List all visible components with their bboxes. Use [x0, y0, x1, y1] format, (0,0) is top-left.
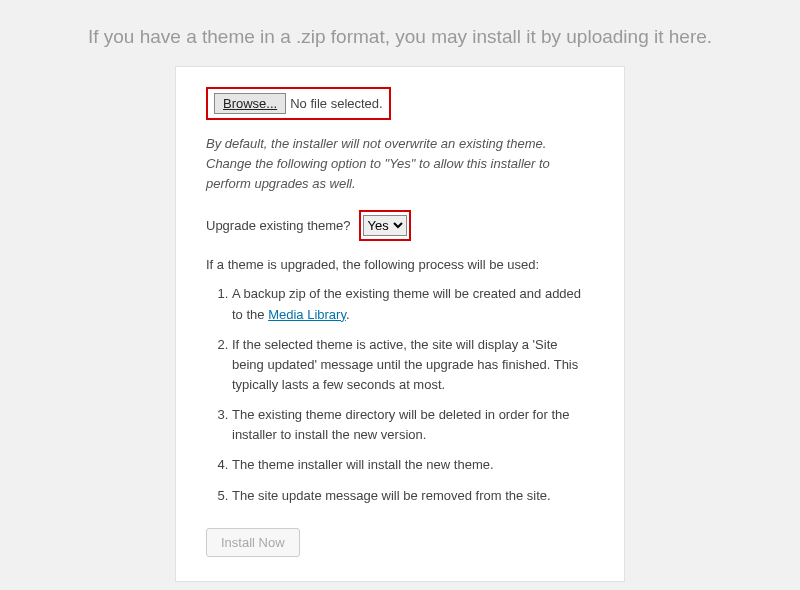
step-3: The existing theme directory will be del…	[232, 405, 594, 445]
overwrite-note: By default, the installer will not overw…	[206, 134, 594, 194]
media-library-link[interactable]: Media Library	[268, 307, 346, 322]
browse-button[interactable]: Browse...	[214, 93, 286, 114]
intro-text: If you have a theme in a .zip format, yo…	[0, 0, 800, 66]
install-now-button[interactable]: Install Now	[206, 528, 300, 557]
step-4: The theme installer will install the new…	[232, 455, 594, 475]
step-1: A backup zip of the existing theme will …	[232, 284, 594, 324]
step-5: The site update message will be removed …	[232, 486, 594, 506]
process-steps: A backup zip of the existing theme will …	[232, 284, 594, 505]
step-2: If the selected theme is active, the sit…	[232, 335, 594, 395]
upgrade-select-highlight: Yes	[359, 210, 411, 241]
upgrade-label: Upgrade existing theme?	[206, 218, 351, 233]
upgrade-row: Upgrade existing theme? Yes	[206, 210, 594, 241]
step-1-post: .	[346, 307, 350, 322]
upload-card: Browse... No file selected. By default, …	[175, 66, 625, 582]
file-status-text: No file selected.	[290, 96, 383, 111]
process-intro: If a theme is upgraded, the following pr…	[206, 257, 594, 272]
file-chooser-highlight: Browse... No file selected.	[206, 87, 391, 120]
upgrade-select[interactable]: Yes	[363, 215, 407, 236]
